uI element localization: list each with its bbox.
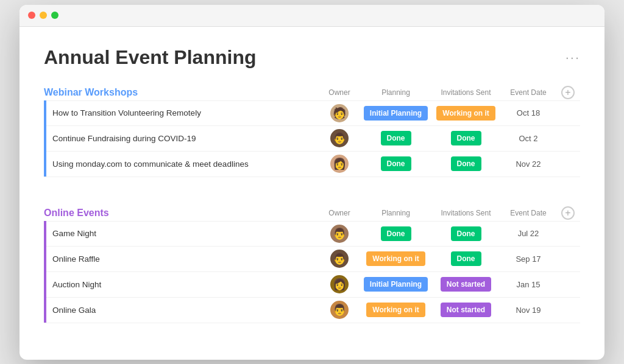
event-date: Oct 18 bbox=[501, 108, 556, 117]
add-column-button-online-events[interactable]: + bbox=[561, 206, 575, 220]
maximize-button[interactable] bbox=[51, 12, 58, 19]
more-options-button[interactable]: ··· bbox=[566, 46, 580, 66]
planning-badge[interactable]: Working on it bbox=[366, 303, 425, 317]
row-name: Continue Fundraising during COVID-19 bbox=[46, 134, 318, 143]
event-date: Oct 2 bbox=[501, 134, 556, 143]
table-row: Online Raffle👨Working on itDoneSep 17 bbox=[44, 247, 580, 272]
invitations-badge[interactable]: Done bbox=[451, 226, 481, 241]
invitations-badge[interactable]: Done bbox=[451, 251, 481, 266]
minimize-button[interactable] bbox=[40, 12, 47, 19]
sections-container: Webinar WorkshopsOwnerPlanningInvitation… bbox=[44, 86, 580, 323]
titlebar bbox=[20, 5, 604, 27]
event-date: Sep 17 bbox=[501, 254, 556, 264]
event-date: Jul 22 bbox=[501, 229, 556, 238]
planning-badge[interactable]: Done bbox=[381, 131, 411, 145]
table-row: Auction Night👩Initial PlanningNot starte… bbox=[44, 272, 580, 298]
add-column-button-webinar-workshops[interactable]: + bbox=[561, 86, 575, 99]
section-title-online-events: Online Events bbox=[44, 208, 318, 219]
planning-badge[interactable]: Working on it bbox=[366, 251, 425, 266]
row-name: Using monday.com to communicate & meet d… bbox=[46, 159, 318, 169]
planning-badge[interactable]: Done bbox=[381, 226, 411, 241]
table-row: Online Gala👨Working on itNot startedNov … bbox=[44, 298, 580, 323]
event-date: Nov 22 bbox=[501, 159, 556, 169]
table-row: Using monday.com to communicate & meet d… bbox=[44, 152, 580, 177]
invitations-badge[interactable]: Working on it bbox=[436, 106, 495, 121]
section-webinar-workshops: Webinar WorkshopsOwnerPlanningInvitation… bbox=[44, 86, 580, 177]
col-header-date: Event Date bbox=[501, 88, 556, 97]
page-title: Annual Event Planning bbox=[44, 46, 256, 69]
section-title-webinar-workshops: Webinar Workshops bbox=[44, 87, 318, 98]
row-name: How to Transition Volunteering Remotely bbox=[46, 108, 318, 117]
col-header-owner: Owner bbox=[318, 88, 361, 97]
row-name: Online Gala bbox=[46, 306, 318, 315]
invitations-badge[interactable]: Done bbox=[451, 131, 481, 145]
col-header-invitations: Invitations Sent bbox=[431, 88, 501, 97]
col-header-invitations: Invitations Sent bbox=[431, 209, 501, 217]
invitations-badge[interactable]: Not started bbox=[441, 277, 491, 292]
avatar: 👩 bbox=[330, 155, 349, 173]
invitations-badge[interactable]: Not started bbox=[441, 303, 491, 317]
avatar: 🧑 bbox=[330, 104, 349, 122]
table-row: Continue Fundraising during COVID-19👨Don… bbox=[44, 126, 580, 152]
main-content: Annual Event Planning ··· Webinar Worksh… bbox=[20, 27, 604, 360]
event-date: Jan 15 bbox=[501, 280, 556, 289]
avatar: 👨 bbox=[330, 129, 349, 147]
table-row: How to Transition Volunteering Remotely🧑… bbox=[44, 100, 580, 126]
avatar: 👨 bbox=[330, 225, 349, 243]
planning-badge[interactable]: Initial Planning bbox=[364, 277, 428, 292]
avatar: 👨 bbox=[330, 250, 349, 268]
col-header-planning: Planning bbox=[361, 209, 431, 217]
row-name: Auction Night bbox=[46, 280, 318, 289]
table-row: Game Night👨DoneDoneJul 22 bbox=[44, 221, 580, 247]
planning-badge[interactable]: Initial Planning bbox=[364, 106, 428, 121]
row-name: Online Raffle bbox=[46, 254, 318, 264]
avatar: 👨 bbox=[330, 301, 349, 319]
traffic-lights bbox=[28, 12, 58, 19]
row-name: Game Night bbox=[46, 229, 318, 238]
app-window: Annual Event Planning ··· Webinar Worksh… bbox=[20, 5, 604, 360]
col-header-owner: Owner bbox=[318, 209, 361, 217]
section-online-events: Online EventsOwnerPlanningInvitations Se… bbox=[44, 206, 580, 323]
close-button[interactable] bbox=[28, 12, 35, 19]
planning-badge[interactable]: Done bbox=[381, 156, 411, 171]
invitations-badge[interactable]: Done bbox=[451, 156, 481, 171]
event-date: Nov 19 bbox=[501, 306, 556, 315]
col-header-date: Event Date bbox=[501, 209, 556, 217]
avatar: 👩 bbox=[330, 275, 349, 293]
page-header: Annual Event Planning ··· bbox=[44, 46, 580, 69]
col-header-planning: Planning bbox=[361, 88, 431, 97]
